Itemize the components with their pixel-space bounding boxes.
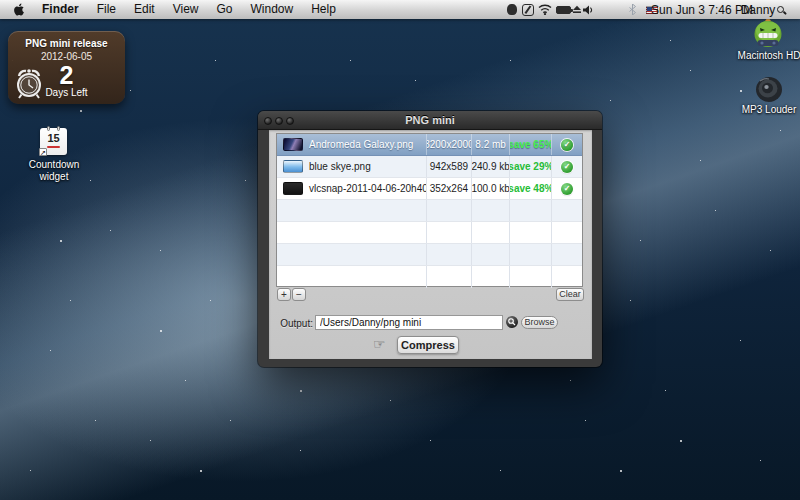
- file-thumbnail: [283, 182, 303, 195]
- wifi-icon[interactable]: [536, 0, 553, 19]
- output-path-field[interactable]: [315, 315, 503, 330]
- table-empty-row: [277, 222, 582, 244]
- apple-menu[interactable]: [0, 0, 33, 19]
- file-dimensions: 352x264: [427, 178, 472, 199]
- countdown-title: PNG mini release: [8, 38, 125, 49]
- menu-help[interactable]: Help: [302, 0, 345, 19]
- macintosh-hd-icon[interactable]: [750, 15, 786, 49]
- table-row[interactable]: Andromeda Galaxy.png 3200x2000 8.2 mb sa…: [277, 134, 582, 156]
- window-minimize-button[interactable]: [275, 117, 283, 125]
- calendar-month-line: [47, 146, 60, 148]
- file-size: 240.9 kb: [472, 156, 511, 177]
- apple-icon: [13, 3, 25, 16]
- window-titlebar[interactable]: PNG mini: [258, 111, 602, 130]
- path-search-icon[interactable]: [506, 316, 518, 328]
- file-dimensions: 3200x2000: [427, 134, 472, 155]
- menu-view[interactable]: View: [164, 0, 208, 19]
- add-file-button[interactable]: +: [277, 288, 291, 301]
- file-size: 8.2 mb: [472, 134, 511, 155]
- window-title: PNG mini: [258, 111, 602, 130]
- file-thumbnail: [283, 138, 303, 151]
- check-icon: ✓: [561, 183, 573, 195]
- calendar-rings: [40, 126, 67, 131]
- menubar-clock[interactable]: Sun Jun 3 7:46 PM: [662, 0, 742, 19]
- remove-file-button[interactable]: −: [292, 288, 306, 301]
- menu-go[interactable]: Go: [208, 0, 242, 19]
- file-save-percent: save 65%: [510, 134, 552, 155]
- pointing-hand-icon: ☞: [373, 336, 386, 352]
- window-content: Andromeda Galaxy.png 3200x2000 8.2 mb sa…: [269, 130, 592, 359]
- check-icon: ✓: [561, 139, 573, 151]
- table-row[interactable]: blue skye.png 942x589 240.9 kb save 29% …: [277, 156, 582, 178]
- volume-icon[interactable]: [582, 0, 596, 19]
- compress-button[interactable]: Compress: [397, 336, 459, 354]
- file-save-percent: save 48%: [510, 178, 552, 199]
- table-row[interactable]: vlcsnap-2011-04-06-20h40m36s165.png 352x…: [277, 178, 582, 200]
- mp3-louder-icon[interactable]: [754, 76, 784, 103]
- table-empty-row: [277, 200, 582, 222]
- countdown-widget-icon-label[interactable]: Countdown widget: [20, 159, 88, 183]
- file-thumbnail: [283, 160, 303, 173]
- countdown-widget-desktop-icon[interactable]: 15 ↗: [40, 128, 67, 155]
- check-icon: ✓: [561, 161, 573, 173]
- file-name: Andromeda Galaxy.png: [309, 139, 413, 150]
- bluetooth-icon[interactable]: [627, 0, 637, 19]
- menu-window[interactable]: Window: [242, 0, 303, 19]
- battery-icon[interactable]: [553, 0, 573, 19]
- menu-bar: Finder File Edit View Go Window Help Sun…: [0, 0, 800, 19]
- menu-edit[interactable]: Edit: [125, 0, 164, 19]
- table-empty-row: [277, 266, 582, 288]
- window-zoom-button[interactable]: [286, 117, 294, 125]
- calendar-day: 15: [40, 133, 67, 144]
- user-menu[interactable]: Danny: [745, 0, 771, 19]
- menubar-app-icon[interactable]: [504, 0, 520, 19]
- input-source-icon[interactable]: [520, 0, 536, 19]
- file-save-percent: save 29%: [510, 156, 552, 177]
- alias-arrow-badge: ↗: [39, 148, 47, 156]
- mp3-louder-label[interactable]: MP3 Louder: [734, 104, 800, 116]
- table-empty-row: [277, 244, 582, 266]
- file-name: vlcsnap-2011-04-06-20h40m36s165.png: [309, 183, 427, 194]
- browse-button[interactable]: Browse: [521, 316, 558, 329]
- countdown-widget[interactable]: PNG mini release 2012-06-05 2 Days Left: [8, 31, 125, 104]
- file-table: Andromeda Galaxy.png 3200x2000 8.2 mb sa…: [276, 133, 583, 287]
- clear-button[interactable]: Clear: [556, 288, 584, 301]
- png-mini-window: PNG mini Andromeda Galaxy.png 3200x2000 …: [258, 111, 602, 367]
- file-name: blue skye.png: [309, 161, 371, 172]
- alarm-clock-icon: [13, 65, 45, 101]
- file-size: 100.0 kb: [472, 178, 511, 199]
- macintosh-hd-label[interactable]: Macintosh HD: [734, 50, 800, 62]
- window-close-button[interactable]: [264, 117, 272, 125]
- spotlight-search-icon[interactable]: [772, 0, 788, 19]
- output-label: Output:: [269, 318, 313, 329]
- file-dimensions: 942x589: [427, 156, 472, 177]
- menu-finder[interactable]: Finder: [33, 0, 88, 19]
- menu-file[interactable]: File: [88, 0, 125, 19]
